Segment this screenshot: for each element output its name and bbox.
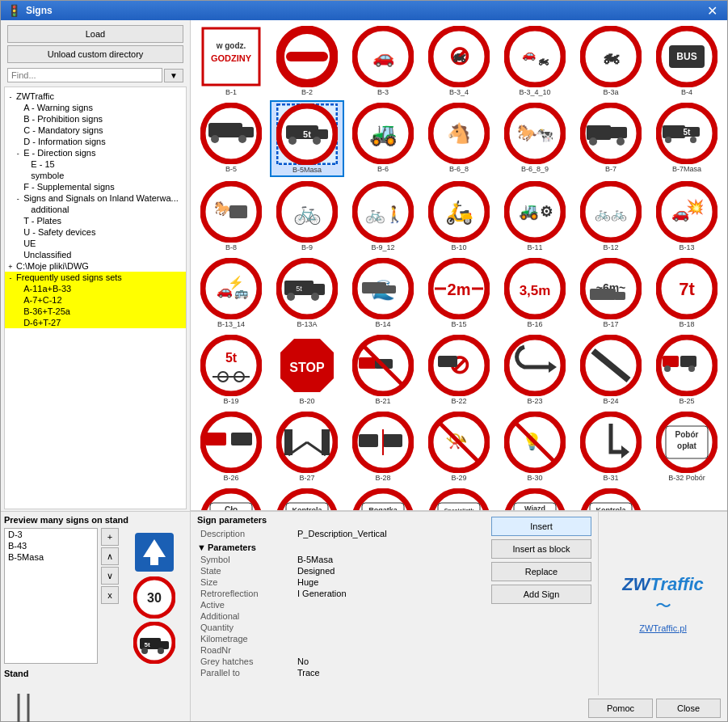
sign-cell-B-32a[interactable]: KontrolagranicznaB-32a bbox=[270, 486, 344, 511]
sign-cell-B-9_12[interactable]: 🚲🚶B-9_12 bbox=[346, 179, 420, 254]
sign-cell-B-8[interactable]: 🐎B-8 bbox=[194, 179, 268, 254]
insert-button[interactable]: Insert bbox=[491, 517, 591, 536]
sign-cell-B-3_4_10[interactable]: 🚗🏍B-3_4_10 bbox=[498, 23, 572, 99]
preview-list-item[interactable]: B-5Masa bbox=[5, 551, 97, 563]
close-button[interactable]: Close bbox=[656, 699, 721, 718]
svg-rect-125 bbox=[359, 434, 378, 447]
signs-grid-container[interactable]: w godz.GODZINYB-1B-2🚗B-3⊘🏍B-3_4🚗🏍B-3_4_1… bbox=[191, 20, 727, 511]
tree-item-warning[interactable]: A - Warning signs bbox=[5, 102, 186, 113]
svg-text:Cło: Cło bbox=[225, 505, 238, 511]
sign-cell-B-32[interactable]: CłoZollB-32 bbox=[194, 486, 268, 511]
sign-cell-B-10[interactable]: 🛵B-10 bbox=[422, 179, 496, 254]
tree-item-inland[interactable]: -Signs and Signals on Inland Waterwa... bbox=[5, 192, 186, 204]
tree-item-unclassified[interactable]: Unclassified bbox=[5, 249, 186, 260]
move-up-button[interactable]: ∧ bbox=[101, 547, 119, 565]
sign-cell-B-17[interactable]: ~6m~B-17 bbox=[574, 255, 648, 331]
sign-cell-B-16[interactable]: 3,5mB-16 bbox=[498, 255, 572, 331]
sign-cell-B-14[interactable]: 🌊B-14 bbox=[346, 255, 420, 331]
svg-text:opłat: opłat bbox=[677, 441, 697, 450]
sign-preview-column: 30 5t bbox=[122, 528, 187, 664]
svg-point-22 bbox=[211, 135, 219, 143]
sign-cell-B-13[interactable]: 💥🚗B-13 bbox=[650, 179, 724, 254]
sign-cell-B-24[interactable]: B-24 bbox=[574, 332, 648, 407]
tree-item-symbole[interactable]: symbole bbox=[5, 170, 186, 181]
sign-svg-B-30: 💡 bbox=[504, 412, 566, 473]
preview-list-item[interactable]: B-43 bbox=[5, 540, 97, 551]
preview-list-item[interactable]: D-3 bbox=[5, 529, 97, 540]
find-dropdown-button[interactable]: ▼ bbox=[164, 69, 183, 82]
sign-cell-B-9[interactable]: 🚲B-9 bbox=[270, 179, 344, 254]
sign-cell-B-4[interactable]: BUSB-4 bbox=[650, 23, 724, 99]
sign-label-B-11: B-11 bbox=[500, 243, 570, 251]
sign-label-B-16: B-16 bbox=[500, 320, 570, 328]
tree-item-mandatory[interactable]: C - Mandatory signs bbox=[5, 125, 186, 136]
sign-cell-B-26[interactable]: B-26 bbox=[194, 409, 268, 484]
tree-item-plates[interactable]: T - Plates bbox=[5, 215, 186, 226]
sign-cell-B-32 Pobor[interactable]: PobóropłatB-32 Pobór bbox=[650, 409, 724, 484]
svg-point-93 bbox=[203, 337, 259, 394]
sign-cell-B-19[interactable]: 5tB-19 bbox=[194, 332, 268, 407]
sign-cell-B-5[interactable]: B-5 bbox=[194, 100, 268, 177]
sign-cell-B-25[interactable]: B-25 bbox=[650, 332, 724, 407]
tree-item-ue[interactable]: UE bbox=[5, 238, 186, 249]
sign-cell-B-29[interactable]: 📯B-29 bbox=[422, 409, 496, 484]
tree-item-b36t25a[interactable]: B-36+T-25a bbox=[5, 306, 186, 317]
replace-button[interactable]: Replace bbox=[491, 562, 591, 581]
move-down-button[interactable]: ∨ bbox=[101, 567, 119, 585]
remove-preview-button[interactable]: x bbox=[101, 586, 119, 604]
tree-item-zwtraffic[interactable]: -ZWTraffic bbox=[5, 91, 186, 102]
pomoc-button[interactable]: Pomoc bbox=[588, 699, 653, 718]
unload-button[interactable]: Unload custom directory bbox=[7, 45, 183, 63]
sign-label-B-5Masa: B-5Masa bbox=[273, 166, 341, 174]
sign-cell-B-32d[interactable]: Wjazdna promB-32d bbox=[498, 486, 572, 511]
insert-as-block-button[interactable]: Insert as block bbox=[491, 539, 591, 559]
tree-item-supplemental[interactable]: F - Supplemental signs bbox=[5, 181, 186, 192]
sign-cell-B-13A[interactable]: 5tB-13A bbox=[270, 255, 344, 331]
close-window-button[interactable]: ✕ bbox=[704, 3, 721, 19]
tree-item-additional[interactable]: additional bbox=[5, 204, 186, 215]
tree-item-d6t27[interactable]: D-6+T-27 bbox=[5, 317, 186, 328]
sign-cell-B-30[interactable]: 💡B-30 bbox=[498, 409, 572, 484]
tree-item-information[interactable]: D - Information signs bbox=[5, 136, 186, 147]
tree-item-a7c12[interactable]: A-7+C-12 bbox=[5, 294, 186, 306]
load-button[interactable]: Load bbox=[7, 25, 183, 43]
sign-cell-B-11[interactable]: 🚜⚙B-11 bbox=[498, 179, 572, 254]
add-sign-button[interactable]: Add Sign bbox=[491, 585, 591, 604]
tree-item-safety[interactable]: U - Safety devices bbox=[5, 226, 186, 238]
sign-cell-B-5Masa[interactable]: 5tB-5Masa bbox=[270, 100, 344, 177]
sign-cell-B-32e[interactable]: KontrolastragowaB-32e bbox=[574, 486, 648, 511]
tree-item-moje[interactable]: +C:\Moje pliki\DWG bbox=[5, 260, 186, 272]
sign-cell-B-28[interactable]: B-28 bbox=[346, 409, 420, 484]
sign-cell-B-6_8[interactable]: 🐴B-6_8 bbox=[422, 100, 496, 177]
sign-cell-B-15[interactable]: 2mB-15 bbox=[422, 255, 496, 331]
sign-cell-B-3_4[interactable]: ⊘🏍B-3_4 bbox=[422, 23, 496, 99]
sign-cell-B-22[interactable]: ⊘B-22 bbox=[422, 332, 496, 407]
sign-cell-B-3a[interactable]: 🏍B-3a bbox=[574, 23, 648, 99]
sign-cell-B-13_14[interactable]: ⚡🚗🚌B-13_14 bbox=[194, 255, 268, 331]
sign-cell-B-20[interactable]: STOPB-20 bbox=[270, 332, 344, 407]
add-preview-button[interactable]: + bbox=[101, 528, 119, 546]
sign-cell-B-6_8_9[interactable]: 🐎🐄B-6_8_9 bbox=[498, 100, 572, 177]
find-input[interactable] bbox=[7, 68, 162, 82]
sign-cell-B-27[interactable]: B-27 bbox=[270, 409, 344, 484]
sign-cell-B-2[interactable]: B-2 bbox=[270, 23, 344, 99]
sign-cell-B-7[interactable]: B-7 bbox=[574, 100, 648, 177]
tree-item-prohibition[interactable]: B - Prohibition signs bbox=[5, 113, 186, 125]
sign-cell-B-21[interactable]: B-21 bbox=[346, 332, 420, 407]
sign-cell-B-7Masa[interactable]: 5tB-7Masa bbox=[650, 100, 724, 177]
sign-cell-B-6[interactable]: 🚜B-6 bbox=[346, 100, 420, 177]
sign-cell-B-12[interactable]: 🚲🚲B-12 bbox=[574, 179, 648, 254]
sign-cell-B-32b[interactable]: Rogatkauszlachet-nianiaB-32b bbox=[346, 486, 420, 511]
sign-cell-B-32c[interactable]: SpecjalistkuslacownaB-32c bbox=[422, 486, 496, 511]
brand-link[interactable]: ZWTraffic.pl bbox=[639, 623, 687, 633]
sign-cell-B-31[interactable]: B-31 bbox=[574, 409, 648, 484]
sign-cell-B-3[interactable]: 🚗B-3 bbox=[346, 23, 420, 99]
tree-item-frequent[interactable]: -Frequently used signs sets bbox=[5, 272, 186, 283]
sign-cell-B-1[interactable]: w godz.GODZINYB-1 bbox=[194, 23, 268, 99]
sign-cell-B-18[interactable]: 7tB-18 bbox=[650, 255, 724, 331]
sign-cell-B-23[interactable]: B-23 bbox=[498, 332, 572, 407]
tree-item-direction[interactable]: -E - Direction signs bbox=[5, 147, 186, 158]
tree-item-e15[interactable]: E - 15 bbox=[5, 158, 186, 170]
tree-item-a11a[interactable]: A-11a+B-33 bbox=[5, 283, 186, 294]
sign-svg-B-32a: Kontrolagraniczna bbox=[276, 488, 338, 511]
